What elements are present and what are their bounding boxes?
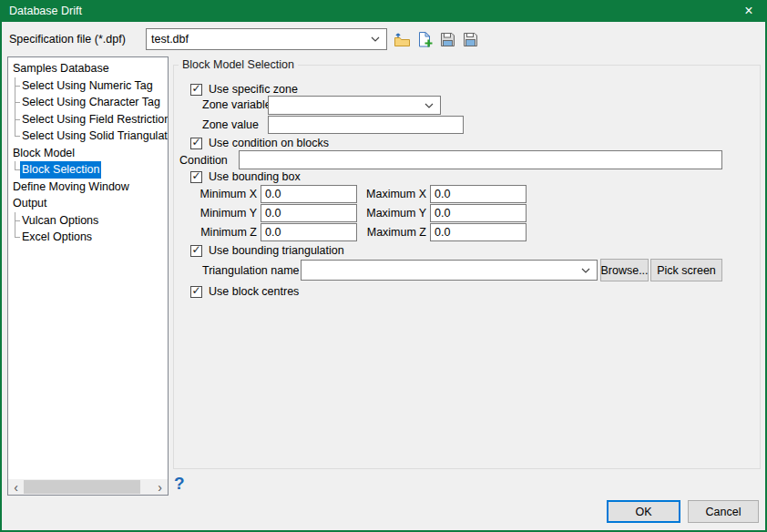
window-border-left — [0, 22, 2, 532]
minimum-x-label: Minimum X — [191, 185, 257, 203]
scroll-right-arrow-icon[interactable]: › — [152, 479, 168, 495]
use-block-centres-label: Use block centres — [209, 285, 299, 298]
tree-item-block-model[interactable]: Block Model — [8, 145, 168, 162]
tree-item-define-moving-window[interactable]: Define Moving Window — [8, 179, 168, 196]
tree-item-select-using-character-tag[interactable]: Select Using Character Tag — [8, 94, 168, 111]
tree-item-block-selection[interactable]: Block Selection — [8, 161, 168, 179]
check-icon: ✓ — [191, 137, 200, 148]
minimum-y-input[interactable] — [261, 204, 357, 222]
chevron-down-icon — [424, 103, 434, 108]
maximum-z-label: Maximum Z — [363, 223, 426, 241]
minimum-y-label: Minimum Y — [191, 204, 257, 222]
use-bounding-box-row: ✓ Use bounding box — [190, 169, 301, 184]
open-folder-icon[interactable] — [393, 30, 411, 48]
use-specific-zone-label: Use specific zone — [209, 83, 298, 96]
spec-file-value: test.dbf — [147, 33, 371, 46]
condition-label: Condition — [179, 151, 228, 169]
tree-item-excel-options[interactable]: Excel Options — [8, 229, 168, 246]
use-condition-checkbox[interactable]: ✓ — [190, 138, 202, 149]
tree-item-output[interactable]: Output — [8, 195, 168, 212]
titlebar[interactable]: Database Drift — [0, 0, 767, 22]
check-icon: ✓ — [191, 285, 200, 296]
database-drift-dialog: Database Drift × Specification file (*.d… — [0, 0, 767, 532]
use-block-centres-checkbox[interactable]: ✓ — [190, 286, 202, 298]
navigation-tree-panel: Samples Database Select Using Numeric Ta… — [7, 56, 169, 496]
use-bounding-box-checkbox[interactable]: ✓ — [190, 171, 202, 183]
tree-horizontal-scrollbar[interactable]: ‹ › — [8, 479, 168, 495]
check-icon: ✓ — [191, 244, 200, 255]
use-bounding-triangulation-row: ✓ Use bounding triangulation — [190, 243, 344, 258]
maximum-x-label: Maximum X — [363, 185, 426, 203]
tree-item-select-using-solid-triangulation[interactable]: Select Using Solid Triangulation — [8, 128, 168, 145]
chevron-down-icon — [371, 36, 380, 42]
scrollbar-thumb[interactable] — [24, 480, 140, 494]
save-icon[interactable] — [438, 30, 456, 48]
tree-item-select-using-numeric-tag[interactable]: Select Using Numeric Tag — [8, 77, 168, 95]
save-as-icon[interactable] — [461, 30, 479, 48]
chevron-down-icon — [581, 268, 590, 273]
minimum-z-label: Minimum Z — [191, 223, 257, 241]
pick-screen-button[interactable]: Pick screen — [650, 259, 722, 281]
spec-file-combobox[interactable]: test.dbf — [146, 28, 387, 50]
triangulation-name-combobox[interactable] — [301, 260, 598, 281]
cancel-button[interactable]: Cancel — [688, 500, 759, 523]
condition-input[interactable] — [239, 150, 722, 169]
use-condition-label: Use condition on blocks — [209, 137, 329, 149]
triangulation-name-label: Triangulation name — [202, 261, 300, 281]
check-icon: ✓ — [191, 170, 200, 181]
check-icon: ✓ — [191, 83, 200, 94]
zone-value-label: Zone value — [202, 116, 259, 134]
ok-button[interactable]: OK — [607, 500, 680, 523]
zone-variable-label: Zone variable — [202, 96, 271, 115]
maximum-x-input[interactable] — [430, 185, 527, 203]
tree-item-select-using-field-restriction[interactable]: Select Using Field Restriction — [8, 111, 168, 128]
help-icon[interactable]: ? — [174, 474, 185, 494]
use-specific-zone-row: ✓ Use specific zone — [190, 82, 298, 97]
maximum-y-input[interactable] — [430, 204, 527, 222]
zone-variable-combobox[interactable] — [268, 96, 441, 115]
minimum-x-input[interactable] — [261, 185, 357, 203]
zone-value-input[interactable] — [268, 116, 464, 134]
window-title: Database Drift — [9, 5, 82, 17]
use-condition-row: ✓ Use condition on blocks — [190, 136, 329, 150]
use-bounding-box-label: Use bounding box — [209, 170, 301, 183]
new-specification-icon[interactable] — [415, 30, 434, 48]
close-button[interactable]: × — [732, 0, 765, 22]
use-block-centres-row: ✓ Use block centres — [190, 284, 299, 299]
tree-items: Samples Database Select Using Numeric Ta… — [8, 57, 168, 246]
spec-file-toolbar — [393, 29, 479, 49]
use-bounding-triangulation-checkbox[interactable]: ✓ — [190, 245, 202, 257]
maximum-z-input[interactable] — [430, 223, 527, 241]
groupbox-title: Block Model Selection — [179, 58, 298, 72]
minimum-z-input[interactable] — [261, 223, 357, 241]
tree-item-vulcan-options[interactable]: Vulcan Options — [8, 212, 168, 230]
browse-button[interactable]: Browse... — [600, 259, 649, 281]
maximum-y-label: Maximum Y — [363, 204, 426, 222]
close-icon: × — [744, 3, 752, 19]
use-bounding-triangulation-label: Use bounding triangulation — [209, 244, 344, 257]
spec-file-label: Specification file (*.dpf) — [9, 30, 126, 48]
tree-item-samples-database[interactable]: Samples Database — [8, 60, 168, 77]
use-specific-zone-checkbox[interactable]: ✓ — [190, 84, 202, 96]
scroll-left-arrow-icon[interactable]: ‹ — [8, 479, 24, 495]
